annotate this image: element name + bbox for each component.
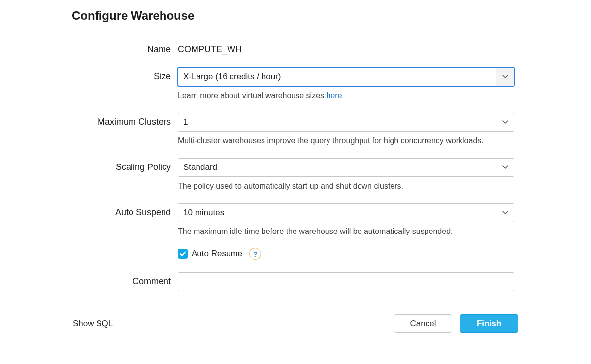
select-max-clusters[interactable]: 1 [178, 113, 514, 132]
label-max-clusters: Maximum Clusters [77, 113, 178, 127]
helper-auto-suspend: The maximum idle time before the warehou… [178, 227, 514, 236]
select-auto-suspend-value: 10 minutes [178, 204, 496, 222]
select-max-clusters-value: 1 [178, 113, 496, 131]
select-auto-suspend-caret[interactable] [496, 204, 514, 222]
label-name: Name [77, 44, 178, 55]
select-size-caret[interactable] [496, 68, 514, 86]
configure-warehouse-dialog: Configure Warehouse Name COMPUTE_WH Size… [62, 0, 529, 342]
select-max-clusters-caret[interactable] [496, 113, 514, 131]
chevron-down-icon [502, 211, 508, 215]
dialog-body: Name COMPUTE_WH Size X-Large (16 credits… [62, 27, 529, 305]
row-name: Name COMPUTE_WH [77, 44, 514, 55]
chevron-down-icon [502, 165, 508, 169]
help-auto-resume[interactable]: ? [249, 248, 261, 260]
select-auto-suspend[interactable]: 10 minutes [178, 203, 514, 222]
select-scaling-policy-value: Standard [178, 159, 496, 176]
chevron-down-icon [502, 120, 508, 124]
row-scaling-policy: Scaling Policy Standard The policy used … [77, 158, 514, 191]
dialog-header: Configure Warehouse [62, 0, 529, 27]
select-scaling-policy-caret[interactable] [496, 159, 514, 176]
dialog-title: Configure Warehouse [72, 9, 519, 23]
helper-max-clusters: Multi-cluster warehouses improve the que… [178, 136, 514, 145]
finish-button[interactable]: Finish [460, 314, 518, 333]
value-name: COMPUTE_WH [178, 44, 514, 55]
row-auto-suspend: Auto Suspend 10 minutes The maximum idle… [77, 203, 514, 260]
label-comment: Comment [77, 272, 178, 287]
check-icon [179, 250, 186, 257]
label-auto-resume: Auto Resume [192, 249, 242, 259]
helper-size: Learn more about virtual warehouse sizes… [178, 91, 514, 100]
helper-size-link[interactable]: here [327, 91, 342, 99]
select-size[interactable]: X-Large (16 credits / hour) [178, 67, 514, 86]
row-size: Size X-Large (16 credits / hour) Learn m… [77, 67, 514, 100]
select-size-value: X-Large (16 credits / hour) [178, 68, 496, 86]
row-comment: Comment [77, 272, 514, 291]
show-sql-link[interactable]: Show SQL [73, 319, 113, 329]
checkbox-auto-resume[interactable] [178, 249, 188, 259]
helper-size-text: Learn more about virtual warehouse sizes [178, 91, 327, 99]
cancel-button[interactable]: Cancel [394, 314, 452, 333]
label-scaling-policy: Scaling Policy [77, 158, 178, 172]
dialog-footer: Show SQL Cancel Finish [62, 305, 529, 342]
chevron-down-icon [502, 75, 508, 79]
input-comment[interactable] [178, 272, 514, 291]
label-size: Size [77, 67, 178, 82]
select-scaling-policy[interactable]: Standard [178, 158, 514, 177]
helper-scaling-policy: The policy used to automatically start u… [178, 182, 514, 191]
row-max-clusters: Maximum Clusters 1 Multi-cluster warehou… [77, 113, 514, 145]
label-auto-suspend: Auto Suspend [77, 203, 178, 218]
row-auto-resume: Auto Resume ? [178, 248, 514, 260]
